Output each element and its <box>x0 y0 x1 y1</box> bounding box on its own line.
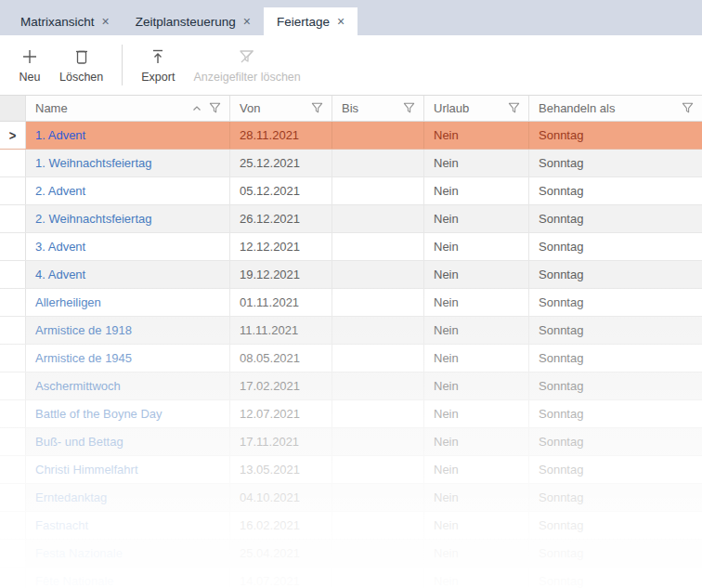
cell-name[interactable]: Armistice de 1945 <box>26 345 230 372</box>
filter-funnel-icon[interactable] <box>208 101 222 115</box>
cell-name[interactable]: Aschermittwoch <box>26 372 230 399</box>
cell-von[interactable]: 13.05.2021 <box>230 456 332 483</box>
cell-behandeln-als[interactable]: Sonntag <box>529 568 702 588</box>
cell-von[interactable]: 01.11.2021 <box>230 289 332 316</box>
filter-funnel-icon[interactable] <box>402 101 416 115</box>
filter-funnel-icon[interactable] <box>310 101 324 115</box>
cell-urlaub[interactable]: Nein <box>424 205 529 232</box>
cell-behandeln-als[interactable]: Sonntag <box>529 428 702 455</box>
cell-bis[interactable] <box>332 372 424 399</box>
cell-bis[interactable] <box>332 261 424 288</box>
delete-button[interactable]: Löschen <box>50 41 112 89</box>
cell-urlaub[interactable]: Nein <box>424 233 529 260</box>
cell-bis[interactable] <box>332 150 424 176</box>
cell-bis[interactable] <box>332 540 424 567</box>
table-row[interactable]: Erntedanktag 04.10.2021 Nein Sonntag <box>0 484 702 512</box>
cell-von[interactable]: 12.12.2021 <box>230 233 332 260</box>
export-button[interactable]: Export <box>132 41 184 89</box>
cell-behandeln-als[interactable]: Sonntag <box>529 400 702 427</box>
table-row[interactable]: Fête Nationale 14.07.2021 Nein Sonntag <box>0 568 702 588</box>
column-header-von[interactable]: Von <box>230 96 332 121</box>
cell-von[interactable]: 12.07.2021 <box>230 400 332 427</box>
cell-name[interactable]: Fête Nationale <box>26 568 230 588</box>
cell-urlaub[interactable]: Nein <box>424 568 529 588</box>
tab-close-icon[interactable]: × <box>243 15 251 28</box>
cell-urlaub[interactable]: Nein <box>424 428 529 455</box>
cell-name[interactable]: 4. Advent <box>26 261 230 288</box>
table-row[interactable]: Aschermittwoch 17.02.2021 Nein Sonntag <box>0 372 702 400</box>
tab-close-icon[interactable]: × <box>337 15 344 28</box>
cell-name[interactable]: 3. Advent <box>26 233 230 260</box>
tab-close-icon[interactable]: × <box>102 15 110 28</box>
cell-von[interactable]: 11.11.2021 <box>230 317 332 344</box>
table-row[interactable]: 1. Weihnachtsfeiertag 25.12.2021 Nein So… <box>0 150 702 177</box>
table-row[interactable]: Fastnacht 16.02.2021 Nein Sonntag <box>0 512 702 540</box>
cell-bis[interactable] <box>332 345 424 372</box>
cell-urlaub[interactable]: Nein <box>424 317 529 344</box>
cell-urlaub[interactable]: Nein <box>424 122 529 149</box>
cell-name[interactable]: 1. Advent <box>26 122 230 149</box>
cell-name[interactable]: 2. Weihnachtsfeiertag <box>26 205 230 232</box>
cell-bis[interactable] <box>332 233 424 260</box>
cell-name[interactable]: Armistice de 1918 <box>26 317 230 344</box>
cell-bis[interactable] <box>332 568 424 588</box>
cell-bis[interactable] <box>332 122 424 149</box>
table-row[interactable]: Christi Himmelfahrt 13.05.2021 Nein Sonn… <box>0 456 702 484</box>
clear-display-filter-button[interactable]: Anzeigefilter löschen <box>184 41 309 89</box>
table-row[interactable]: Armistice de 1945 08.05.2021 Nein Sonnta… <box>0 345 702 372</box>
cell-behandeln-als[interactable]: Sonntag <box>529 177 702 204</box>
cell-von[interactable]: 19.12.2021 <box>230 261 332 288</box>
cell-name[interactable]: Fastnacht <box>26 512 230 539</box>
cell-von[interactable]: 17.02.2021 <box>230 372 332 399</box>
cell-von[interactable]: 05.12.2021 <box>230 177 332 204</box>
table-row[interactable]: Buß- und Bettag 17.11.2021 Nein Sonntag <box>0 428 702 456</box>
cell-urlaub[interactable]: Nein <box>424 512 529 539</box>
cell-von[interactable]: 16.02.2021 <box>230 512 332 539</box>
cell-bis[interactable] <box>332 512 424 539</box>
cell-urlaub[interactable]: Nein <box>424 400 529 427</box>
table-row[interactable]: Allerheiligen 01.11.2021 Nein Sonntag <box>0 289 702 317</box>
cell-behandeln-als[interactable]: Sonntag <box>529 540 702 567</box>
table-row[interactable]: > 1. Advent 28.11.2021 Nein Sonntag <box>0 122 702 150</box>
cell-name[interactable]: Festa Nazionale <box>26 540 230 567</box>
cell-bis[interactable] <box>332 400 424 427</box>
cell-von[interactable]: 26.12.2021 <box>230 205 332 232</box>
cell-behandeln-als[interactable]: Sonntag <box>529 261 702 288</box>
column-header-name[interactable]: Name <box>26 96 230 121</box>
table-row[interactable]: 2. Advent 05.12.2021 Nein Sonntag <box>0 177 702 205</box>
cell-urlaub[interactable]: Nein <box>424 540 529 567</box>
table-row[interactable]: 2. Weihnachtsfeiertag 26.12.2021 Nein So… <box>0 205 702 233</box>
cell-bis[interactable] <box>332 177 424 204</box>
cell-behandeln-als[interactable]: Sonntag <box>529 372 702 399</box>
column-header-urlaub[interactable]: Urlaub <box>424 96 529 121</box>
cell-name[interactable]: Allerheiligen <box>26 289 230 316</box>
cell-urlaub[interactable]: Nein <box>424 345 529 372</box>
cell-behandeln-als[interactable]: Sonntag <box>529 317 702 344</box>
cell-urlaub[interactable]: Nein <box>424 177 529 204</box>
cell-urlaub[interactable]: Nein <box>424 456 529 483</box>
table-row[interactable]: Festa Nazionale 25.04.2021 Nein Sonntag <box>0 540 702 568</box>
cell-name[interactable]: 2. Advent <box>26 177 230 204</box>
cell-name[interactable]: 1. Weihnachtsfeiertag <box>26 150 230 176</box>
table-row[interactable]: 3. Advent 12.12.2021 Nein Sonntag <box>0 233 702 261</box>
cell-bis[interactable] <box>332 456 424 483</box>
cell-von[interactable]: 25.04.2021 <box>230 540 332 567</box>
table-row[interactable]: Armistice de 1918 11.11.2021 Nein Sonnta… <box>0 317 702 345</box>
filter-funnel-icon[interactable] <box>681 101 695 115</box>
cell-urlaub[interactable]: Nein <box>424 484 529 511</box>
cell-bis[interactable] <box>332 484 424 511</box>
filter-funnel-icon[interactable] <box>507 101 521 115</box>
cell-bis[interactable] <box>332 317 424 344</box>
cell-urlaub[interactable]: Nein <box>424 289 529 316</box>
column-header-behandeln-als[interactable]: Behandeln als <box>529 96 702 121</box>
cell-behandeln-als[interactable]: Sonntag <box>529 205 702 232</box>
tab-matrixansicht[interactable]: Matrixansicht × <box>7 7 123 35</box>
table-row[interactable]: 4. Advent 19.12.2021 Nein Sonntag <box>0 261 702 289</box>
cell-bis[interactable] <box>332 428 424 455</box>
cell-name[interactable]: Christi Himmelfahrt <box>26 456 230 483</box>
tab-feiertage[interactable]: Feiertage × <box>264 7 358 35</box>
cell-behandeln-als[interactable]: Sonntag <box>529 484 702 511</box>
cell-behandeln-als[interactable]: Sonntag <box>529 122 702 149</box>
cell-urlaub[interactable]: Nein <box>424 150 529 176</box>
cell-behandeln-als[interactable]: Sonntag <box>529 150 702 176</box>
